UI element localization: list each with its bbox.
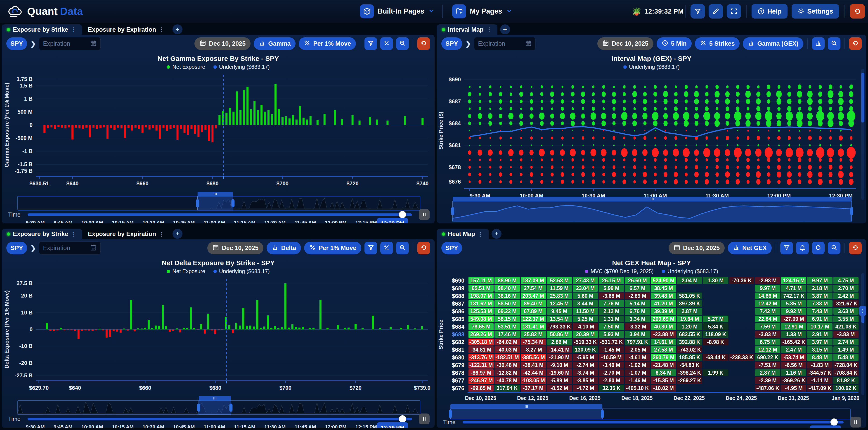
heatmap-cell[interactable]: 1.16 M (781, 369, 806, 376)
heatmap-cell[interactable]: 9.92 M (781, 308, 806, 315)
heatmap-cell[interactable]: -531.72 K (599, 339, 624, 345)
plus-minus-button[interactable] (380, 37, 393, 50)
app-logo[interactable]: QuantData (8, 4, 83, 18)
reset-button[interactable] (849, 242, 862, 254)
heatmap-cell[interactable]: -344.57 K (807, 369, 832, 376)
heatmap-cell[interactable]: 209.69 M (651, 316, 676, 322)
heatmap-cell[interactable]: 67.89 M (521, 308, 546, 315)
settings-button[interactable]: Settings (792, 4, 839, 19)
heatmap-cell[interactable]: 2.86 M (547, 339, 572, 345)
heatmap-cell[interactable]: 3.63 M (833, 308, 859, 315)
kebab-menu-icon[interactable]: ⋮ (71, 231, 77, 238)
heatmap-cell[interactable] (729, 331, 754, 338)
heatmap-cell[interactable]: -2.05 M (625, 346, 650, 353)
heatmap-cell[interactable]: 5.48 M (833, 354, 859, 361)
heatmap-cell[interactable]: 13.54 M (547, 316, 572, 322)
heatmap-cell[interactable]: -728.04 K (833, 362, 859, 369)
heatmap-cell[interactable]: 1.30 M (703, 277, 728, 284)
heatmap-cell[interactable]: 10.17 M (807, 323, 832, 330)
heatmap-cell[interactable]: -182.51 M (494, 354, 520, 361)
heatmap-cell[interactable]: 4.71 M (781, 285, 806, 291)
heatmap-cell[interactable]: 100.62 K (833, 385, 859, 392)
mode-pill-5-strikes[interactable]: 5 Strikes (695, 37, 740, 50)
heatmap-cell[interactable]: -1.02 M (625, 362, 650, 369)
heatmap-cell[interactable]: -3.32 M (625, 323, 650, 330)
heatmap-cell[interactable]: 124.16 M (781, 277, 806, 284)
heatmap-cell[interactable]: 26.15 M (599, 277, 624, 284)
heatmap-cell[interactable]: -321.67 K (833, 300, 859, 307)
heatmap-cell[interactable]: 58.15 M (494, 316, 520, 322)
heatmap-cell[interactable]: 7.88 M (807, 300, 832, 307)
heatmap-cell[interactable]: 6.34 M (651, 369, 676, 376)
bar-chart[interactable]: 27.5 B20 B10 B0-10 B-20 B-27.5 BDelta Ex… (2, 276, 435, 392)
symbol-pill[interactable]: SPY (6, 37, 27, 50)
range-brush[interactable] (451, 196, 854, 221)
heatmap-cell[interactable]: -5.89 M (547, 377, 572, 384)
tab-interval-map[interactable]: Interval Map⋮ (437, 24, 497, 35)
bar-chart[interactable]: 1.75 B1.5 B1 B500 M0-500 M-1 B-1.5 B-1.7… (2, 72, 435, 188)
heatmap-cell[interactable]: -38.41 M (521, 362, 546, 369)
heatmap-cell[interactable]: 5.25 M (573, 316, 598, 322)
pause-button[interactable] (850, 417, 861, 428)
heatmap-cell[interactable]: 3.87 M (807, 293, 832, 299)
heatmap-cell[interactable]: 2.12 M (599, 308, 624, 315)
heatmap-cell[interactable]: 5.99 M (599, 285, 624, 291)
heatmap-cell[interactable]: -5.95 M (573, 354, 598, 361)
heatmap-cell[interactable]: -1.07 M (625, 369, 650, 376)
heatmap-cell[interactable]: -3.40 M (599, 362, 624, 369)
heatmap-cell[interactable]: 524.90 M (651, 277, 676, 284)
kebab-menu-icon[interactable]: ⋮ (486, 26, 492, 33)
heatmap-cell[interactable]: -2.89 M (625, 293, 650, 299)
heatmap-cell[interactable]: -10.59 M (599, 354, 624, 361)
my-pages-menu[interactable]: My Pages (452, 4, 513, 18)
filter-button[interactable] (365, 37, 377, 50)
heatmap-cell[interactable]: -246.97 M (468, 377, 494, 384)
heatmap-cell[interactable]: 157.11 M (468, 277, 494, 284)
add-tab-button[interactable]: + (500, 24, 510, 34)
edit-button[interactable] (709, 4, 723, 19)
heatmap-cell[interactable]: -305.18 M (468, 339, 494, 345)
heatmap-cell[interactable]: -10.02 M (651, 385, 676, 392)
heatmap-cell[interactable]: -2.93 M (755, 277, 780, 284)
heatmap-cell[interactable]: 2.87 M (677, 308, 702, 315)
legend-item[interactable]: Net Exposure (167, 268, 205, 274)
zoom-out-button[interactable] (396, 37, 409, 50)
heatmap-cell[interactable]: 5.93 M (599, 331, 624, 338)
heatmap-cell[interactable]: 12.45 M (547, 300, 572, 307)
heatmap-cell[interactable]: 88.90 M (494, 277, 520, 284)
heatmap-cell[interactable]: 1.33 M (781, 331, 806, 338)
heatmap-cell[interactable]: -417.09 K (807, 385, 832, 392)
add-tab-button[interactable]: + (173, 229, 183, 239)
heatmap-cell[interactable]: -23.88 M (651, 331, 676, 338)
heatmap-cell[interactable]: 27.54 M (521, 285, 546, 291)
heatmap-cell[interactable]: 3.34 M (625, 316, 650, 322)
heatmap-cell[interactable]: -3.74 M (573, 369, 598, 376)
heatmap-cell[interactable]: -34.81 M (468, 346, 494, 353)
heatmap-cell[interactable]: 40.80 M (651, 323, 676, 330)
kebab-menu-icon[interactable]: ⋮ (71, 26, 77, 33)
heatmap-cell[interactable]: 39.48 M (651, 293, 676, 299)
heatmap-cell[interactable]: -75.34 M (521, 339, 546, 345)
tab-exposure-by-strike[interactable]: Exposure by Strike⋮ (2, 229, 82, 239)
heatmap-cell[interactable]: 2.18 M (807, 285, 832, 291)
heatmap-cell[interactable]: 89.40 M (521, 300, 546, 307)
heatmap-cell[interactable] (703, 285, 728, 291)
heatmap-cell[interactable]: 125.53 M (468, 308, 494, 315)
heatmap-cell[interactable]: 5.34 K (703, 323, 728, 330)
mode-pill-5-min[interactable]: 5 Min (657, 37, 692, 50)
heatmap-cell[interactable]: 58.50 M (494, 300, 520, 307)
heatmap-cell[interactable]: -8.52 M (547, 385, 572, 392)
symbol-pill[interactable]: SPY (441, 242, 462, 254)
heatmap-cell[interactable]: 26.60 M (625, 277, 650, 284)
heatmap-cell[interactable]: 25.83 M (547, 293, 572, 299)
expiration-input[interactable]: Expiration (474, 37, 536, 50)
heatmap-cell[interactable]: -103.05 M (521, 377, 546, 384)
reset-all-button[interactable] (850, 4, 865, 19)
heatmap-cell[interactable]: -3.85 M (573, 377, 598, 384)
bell-button[interactable] (796, 242, 809, 254)
filter-button[interactable] (365, 242, 377, 254)
heatmap-cell[interactable]: -369.26 K (781, 377, 806, 384)
heatmap-cell[interactable]: -2.70 M (599, 369, 624, 376)
tab-heat-map[interactable]: Heat Map⋮ (437, 229, 489, 239)
heatmap-cell[interactable]: 25.82 M (521, 331, 546, 338)
